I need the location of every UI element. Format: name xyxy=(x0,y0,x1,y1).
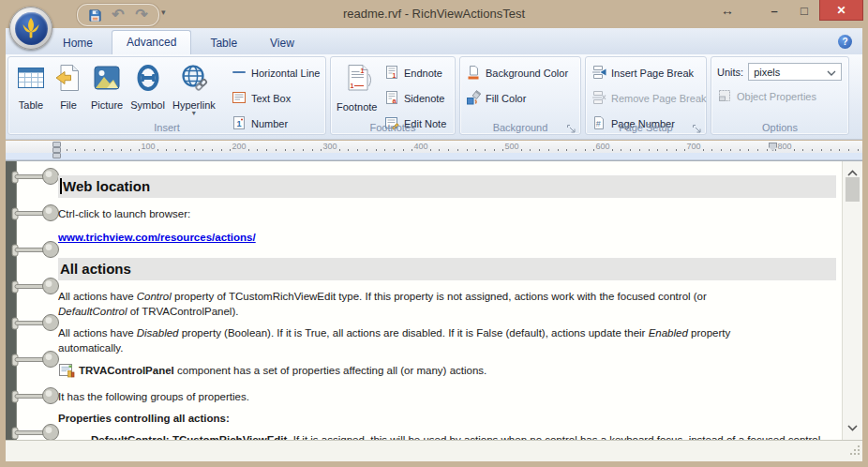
document-editor[interactable]: Web locationCtrl-click to launch browser… xyxy=(6,160,862,440)
doc-paragraph: Properties controlling all actions: xyxy=(58,411,836,426)
symbol-icon xyxy=(133,63,163,97)
redo-icon[interactable]: ↷ xyxy=(132,7,151,23)
ruler-tick xyxy=(312,149,313,151)
vertical-scrollbar[interactable] xyxy=(842,161,862,440)
object-properties-icon xyxy=(717,88,732,105)
doc-text-run: www.trichview.com/resources/actions/ xyxy=(58,232,256,243)
ruler-tick xyxy=(94,149,95,151)
ruler-tick xyxy=(121,149,122,151)
ruler-tick xyxy=(412,149,412,151)
endnote-label: Endnote xyxy=(404,68,442,79)
doc-text-run: Disabled xyxy=(137,327,179,339)
close-button[interactable]: ✕ xyxy=(819,0,863,21)
app-window: readme.rvf - RichViewActionsTest ↶ ↷ ▾ ↔… xyxy=(0,0,868,467)
text-box-icon xyxy=(232,90,247,107)
table-button-label: Table xyxy=(19,99,43,111)
hyperlink-button[interactable]: Hyperlink ▾ xyxy=(169,61,219,117)
doc-text-run: Ctrl-click to launch browser: xyxy=(58,208,190,219)
ruler-tick xyxy=(794,149,795,151)
minimize-button[interactable]: – xyxy=(759,0,789,21)
ruler-tick xyxy=(802,149,803,151)
doc-heading: All actions xyxy=(58,258,836,280)
horizontal-line-label: Horizontal Line xyxy=(251,68,320,79)
file-button-label: File xyxy=(60,99,77,111)
ruler-tick xyxy=(285,149,286,151)
chevron-down-icon xyxy=(827,67,836,78)
undo-icon[interactable]: ↶ xyxy=(109,7,127,23)
ruler-tick xyxy=(821,149,822,151)
save-icon[interactable] xyxy=(85,7,104,23)
fill-color-icon xyxy=(466,90,481,107)
ruler-tick xyxy=(248,149,249,151)
footnote-button-label: Footnote xyxy=(337,101,377,113)
picture-button[interactable]: Picture xyxy=(87,61,127,113)
ruler-tick xyxy=(84,149,85,151)
ruler-tick xyxy=(75,149,76,151)
ruler-tick xyxy=(103,149,104,151)
ruler-label: 100 xyxy=(141,142,155,151)
qat-customize-dropdown-icon[interactable]: ▾ xyxy=(161,8,166,17)
doc-hyperlink[interactable]: www.trichview.com/resources/actions/ xyxy=(58,232,256,243)
ruler-indent-marker[interactable] xyxy=(52,153,61,158)
units-label: Units: xyxy=(717,67,743,78)
ruler-tick xyxy=(657,149,658,151)
symbol-button[interactable]: Symbol xyxy=(127,61,169,113)
symbol-button-label: Symbol xyxy=(130,99,165,111)
ruler-tick xyxy=(457,149,458,151)
background-color-button[interactable]: Background Color xyxy=(466,65,568,82)
doc-text-run: property of TCustomRichViewEdit type. If… xyxy=(172,291,707,302)
application-menu-button[interactable] xyxy=(9,7,52,50)
background-color-icon xyxy=(466,65,481,82)
hyperlink-dropdown-icon[interactable]: ▾ xyxy=(192,111,196,115)
fill-color-button[interactable]: Fill Color xyxy=(466,90,568,107)
ruler-tick xyxy=(721,149,722,151)
ruler-tick xyxy=(576,149,576,151)
ruler-tick xyxy=(566,149,567,151)
ruler-label: 700 xyxy=(686,142,700,151)
background-color-label: Background Color xyxy=(486,68,568,79)
horizontal-line-button[interactable]: Horizontal Line xyxy=(232,65,320,82)
ruler-tick xyxy=(676,149,677,151)
ruler-tick xyxy=(812,149,813,151)
window-controls: ↔ – □ ✕ xyxy=(712,0,863,21)
ruler-tick xyxy=(202,149,203,151)
ruler-tick xyxy=(348,149,349,151)
scrollbar-thumb[interactable] xyxy=(846,177,860,202)
ruler-tick xyxy=(494,149,495,151)
ruler-tick xyxy=(112,149,112,151)
units-select[interactable]: pixels xyxy=(748,63,842,81)
binder-pin-decoration xyxy=(9,203,62,227)
footnote-button[interactable]: 11 Footnote xyxy=(333,61,381,114)
table-icon xyxy=(16,63,46,97)
ruler-tick xyxy=(448,149,449,151)
tab-view[interactable]: View xyxy=(256,33,308,54)
endnote-button[interactable]: 1 Endnote xyxy=(384,65,446,82)
tab-table[interactable]: Table xyxy=(196,33,251,54)
file-button[interactable]: File xyxy=(50,61,87,113)
ruler-tick xyxy=(439,149,440,151)
group-caption-background: Background xyxy=(460,122,580,133)
tab-advanced[interactable]: Advanced xyxy=(112,30,191,54)
ruler-tick xyxy=(276,149,277,151)
text-box-button[interactable]: Text Box xyxy=(232,90,320,107)
insert-page-break-button[interactable]: Insert Page Break xyxy=(591,65,707,82)
doc-paragraph: DefaultControl: TCustomRichViewEdit. If … xyxy=(91,432,836,440)
table-button[interactable]: Table xyxy=(12,61,50,113)
ruler-tick xyxy=(757,149,758,151)
fullscreen-button[interactable]: ↔ xyxy=(712,0,742,21)
doc-paragraph: It has the following groups of propertie… xyxy=(58,389,836,404)
object-properties-button[interactable]: Object Properties xyxy=(717,88,816,105)
svg-text:1: 1 xyxy=(360,68,364,74)
sidenote-button[interactable]: a Sidenote xyxy=(384,90,446,107)
ruler-tick xyxy=(212,149,213,151)
remove-page-break-button[interactable]: Remove Page Break xyxy=(591,90,707,107)
ruler-tick xyxy=(403,149,404,151)
scroll-down-icon[interactable] xyxy=(846,419,860,436)
maximize-button[interactable]: □ xyxy=(789,0,819,21)
tab-home[interactable]: Home xyxy=(49,33,107,54)
help-button[interactable]: ? xyxy=(838,35,852,49)
ruler-tick xyxy=(384,149,385,151)
ruler-tick xyxy=(767,149,768,151)
ruler-tick xyxy=(530,149,531,151)
resize-grip[interactable] xyxy=(849,443,861,459)
